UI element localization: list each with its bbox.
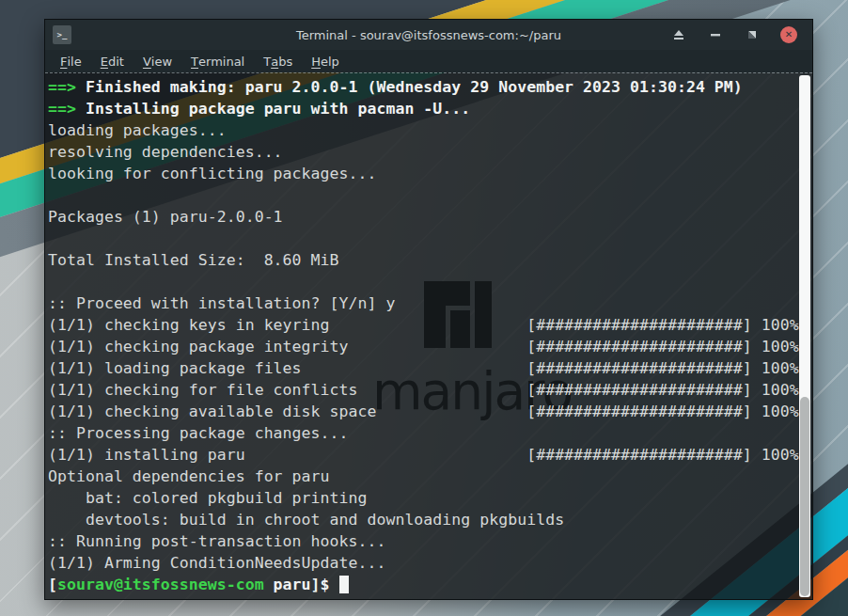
terminal-line: bat: colored pkgbuild printing: [48, 487, 812, 509]
terminal-line: :: Processing package changes...: [48, 422, 812, 444]
terminal-line: (1/1) installing paru [#################…: [48, 444, 812, 466]
menu-view[interactable]: View: [133, 50, 181, 72]
terminal-line: (1/1) Arming ConditionNeedsUpdate...: [48, 552, 812, 574]
menu-file[interactable]: File: [51, 50, 91, 72]
terminal-line: Total Installed Size: 8.60 MiB: [48, 249, 812, 271]
terminal-line: (1/1) checking keys in keyring [########…: [48, 314, 812, 336]
menu-terminal[interactable]: Terminal: [181, 50, 254, 72]
terminal-line: (1/1) loading package files [###########…: [48, 357, 812, 379]
terminal-line: [sourav@itsfossnews-com paru]$: [48, 574, 812, 595]
terminal-line: [48, 184, 812, 206]
terminal-line: loading packages...: [48, 119, 812, 141]
terminal-line: Optional dependencies for paru: [48, 466, 812, 487]
close-icon: ✕: [785, 30, 793, 39]
terminal-line: :: Running post-transaction hooks...: [48, 530, 812, 552]
terminal-line: :: Proceed with installation? [Y/n] y: [48, 292, 812, 314]
terminal-output: ==> Finished making: paru 2.0.0-1 (Wedne…: [48, 76, 812, 595]
terminal-line: ==> Finished making: paru 2.0.0-1 (Wedne…: [48, 76, 812, 98]
terminal-content[interactable]: ==> Finished making: paru 2.0.0-1 (Wedne…: [45, 72, 812, 599]
minimize-button[interactable]: [707, 26, 724, 43]
terminal-line: resolving dependencies...: [48, 141, 812, 163]
terminal-line: (1/1) checking for file conflicts [#####…: [48, 379, 812, 401]
terminal-line: Packages (1) paru-2.0.0-1: [48, 206, 812, 228]
terminal-line: ==> Installing package paru with pacman …: [48, 98, 812, 119]
window-controls: ✕: [670, 20, 812, 50]
terminal-line: (1/1) checking package integrity [######…: [48, 336, 812, 357]
terminal-line: looking for conflicting packages...: [48, 163, 812, 184]
menubar: FileEditViewTerminalTabsHelp: [45, 50, 812, 72]
scrollbar[interactable]: [799, 75, 810, 597]
scrollbar-thumb[interactable]: [800, 397, 809, 596]
terminal-app-icon: >_: [53, 25, 71, 44]
close-button[interactable]: ✕: [780, 26, 797, 43]
shade-button[interactable]: [670, 26, 687, 43]
terminal-cursor: [339, 576, 349, 593]
terminal-line: (1/1) checking available disk space [###…: [48, 401, 812, 422]
maximize-button[interactable]: [744, 26, 761, 43]
menu-help[interactable]: Help: [302, 50, 349, 72]
menu-tabs[interactable]: Tabs: [254, 50, 302, 72]
titlebar[interactable]: >_ Terminal - sourav@itsfossnews-com:~/p…: [45, 20, 812, 50]
terminal-line: [48, 228, 812, 249]
terminal-line: devtools: build in chroot and downloadin…: [48, 509, 812, 530]
menu-edit[interactable]: Edit: [91, 50, 133, 72]
terminal-line: [48, 271, 812, 292]
terminal-window: >_ Terminal - sourav@itsfossnews-com:~/p…: [44, 19, 813, 600]
screen: manjaro >_ Terminal - sourav@itsfossnews…: [0, 0, 848, 616]
